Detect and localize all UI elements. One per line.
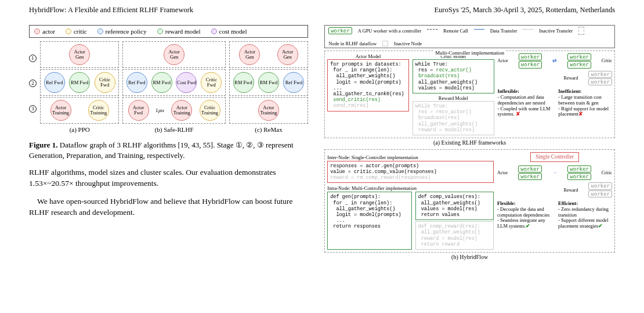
node-actor-fwd: Actor Fwd [128, 100, 149, 121]
inactive-node-icon [382, 41, 388, 46]
panel-b-caption: (b) HybridFlow [324, 254, 615, 260]
inter-title: Inter-Node: Single-Controller implementa… [327, 154, 494, 160]
node-critic-fwd: Critic Fwd [201, 72, 222, 93]
fig2-panel-b: Inter-Node: Single-Controller implementa… [324, 149, 615, 253]
fig2-legend: worker A GPU worker with a controller Re… [324, 25, 615, 48]
node-actor-train: Actor Training [171, 100, 192, 121]
side-reward-label-b: Reward [564, 188, 578, 193]
legend-inactive-transfer: Inactive Transfer [539, 28, 573, 34]
node-actor-gen: Actor Gen [69, 44, 90, 65]
remote-arrow-icon [427, 29, 437, 33]
inefficient-h: Inefficient: [558, 88, 581, 94]
right-column: worker A GPU worker with a controller Re… [324, 25, 615, 260]
comp-values-code: def comp_values(res): all_gather_weights… [415, 192, 494, 220]
legend-cost: cost model [219, 28, 247, 35]
reward-code: while True: res = recv_actor() broadcast… [413, 101, 494, 135]
reward-model-title: Reward Model [413, 95, 494, 101]
legend-critic: critic [74, 28, 87, 35]
node-actor-gen-2: Actor Gen [277, 44, 298, 65]
single-controller-box: Single Controller [530, 152, 579, 162]
actor-icon [34, 28, 40, 34]
fig1-legend: actor critic reference policy reward mod… [29, 25, 308, 38]
legend-node-in: Node in RLHF dataflow [328, 41, 377, 46]
page-header: HybridFlow: A Flexible and Efficient RLH… [29, 6, 615, 15]
stage-3: 3 [29, 105, 37, 113]
header-left: HybridFlow: A Flexible and Efficient RLH… [29, 6, 193, 15]
intra-title: Intra-Node: Multi-Controller implementat… [327, 185, 494, 191]
left-column: actor critic reference policy reward mod… [29, 25, 308, 260]
node-actor-gen: Actor Gen [239, 44, 260, 65]
worker-badge: worker [328, 27, 352, 34]
node-actor-gen: Actor Gen [164, 44, 184, 65]
algo-ppo-caption: (a) PPO [40, 126, 119, 133]
efficient-h: Efficient: [558, 200, 578, 206]
edge-lptx: Lptx [156, 108, 164, 113]
worker-desc: A GPU worker with a controller [358, 28, 421, 34]
node-rm-fwd-2: RM Fwd [258, 72, 279, 93]
node-cost-fwd: Cost Fwd [176, 72, 197, 93]
efficient-t: - Zero redundancy during transition- Sup… [558, 206, 609, 229]
body-p2: We have open-sourced HybridFlow and beli… [29, 196, 308, 218]
side-reward-label: Reward [564, 75, 578, 81]
inactive-arrow-icon [523, 29, 533, 33]
legend-inactive-node: Inactive Node [394, 41, 422, 46]
node-rm-fwd: RM Fwd [69, 72, 90, 93]
inflexible-t: - Computation and data dependencies are … [498, 94, 551, 117]
actor-model-title: Actor Model [327, 53, 409, 59]
inflexible-h: Inflexible: [498, 88, 519, 94]
legend-ref: reference policy [106, 28, 147, 35]
fig2-panel-a: Multi-Controller implementation Actor Mo… [324, 51, 615, 138]
body-p1: RLHF algorithms, model sizes and cluster… [29, 167, 308, 189]
legend-rm: reward model [165, 28, 201, 35]
panel-a-title: Multi-Controller implementation [433, 50, 506, 56]
node-critic-fwd: Critic Fwd [95, 72, 115, 93]
fig1-caption: Figure 1. Dataflow graph of 3 RLHF algor… [29, 140, 308, 160]
node-ref-fwd: Ref Fwd [44, 72, 65, 93]
algo-remax: Actor Gen Actor Gen RM Fwd RM Fwd Ref Fw… [229, 41, 308, 133]
algo-safe: Actor Gen Ref Fwd RM Fwd Cost Fwd Critic… [122, 41, 225, 133]
side-actor-label-b: Actor [497, 170, 508, 175]
node-critic-train: Critic Training [88, 100, 109, 121]
algo-ppo: Actor Gen Ref Fwd RM Fwd Critic Fwd Acto… [40, 41, 119, 133]
header-right: EuroSys '25, March 30-April 3, 2025, Rot… [434, 6, 615, 15]
fig1-diagram: 1 2 3 Actor Gen Ref Fwd RM Fwd Critic Fw… [29, 41, 308, 133]
cost-icon [211, 28, 217, 34]
panel-a-caption: (a) Existing RLHF frameworks [324, 139, 615, 146]
fig1-caption-strong: Figure 1. [29, 141, 58, 149]
legend-actor: actor [42, 28, 55, 35]
fig1-caption-body: Dataflow graph of 3 RLHF algorithms [19,… [29, 141, 294, 160]
node-actor-train: Actor Training [50, 100, 71, 121]
node-rm-fwd: RM Fwd [233, 72, 254, 93]
stage-1: 1 [29, 55, 37, 62]
flexible-h: Flexible: [497, 200, 516, 206]
critic-icon [66, 28, 71, 34]
legend-remote: Remote Call [443, 28, 468, 34]
side-actor-label: Actor [498, 58, 508, 63]
gen-code: def gen(prompts): for _ in range(len): a… [327, 192, 411, 250]
node-actor-train: Actor Training [258, 100, 279, 121]
critic-code: while True: res = recv_actor() broadcast… [413, 59, 494, 93]
legend-data-transfer: Data Transfer [490, 28, 518, 34]
algo-safe-caption: (b) Safe-RLHF [122, 126, 225, 133]
side-critic-label: Critic [602, 58, 612, 63]
node-ref-fwd: Ref Fwd [126, 72, 147, 93]
flexible-t: - Decouple the data and computation depe… [497, 206, 549, 229]
comp-reward-code: def comp_reward(res): all_gather_weights… [415, 221, 494, 250]
stage-2: 2 [29, 80, 37, 87]
inter-code: responses = actor.gen(prompts) value = c… [327, 161, 494, 184]
node-ref-fwd: Ref Fwd [283, 72, 304, 93]
ref-icon [97, 28, 103, 34]
inefficient-t: - Large transition cost between train & … [558, 94, 609, 117]
side-critic-label-b: Critic [602, 170, 612, 175]
node-rm-fwd: RM Fwd [151, 72, 172, 93]
algo-remax-caption: (c) ReMax [229, 126, 308, 133]
node-box-icon [578, 27, 584, 35]
data-arrow-icon [474, 29, 484, 33]
actor-code: for prompts in datasets: for _ in range(… [327, 59, 409, 111]
node-critic-train: Critic Training [200, 100, 220, 121]
rm-icon [157, 28, 163, 34]
